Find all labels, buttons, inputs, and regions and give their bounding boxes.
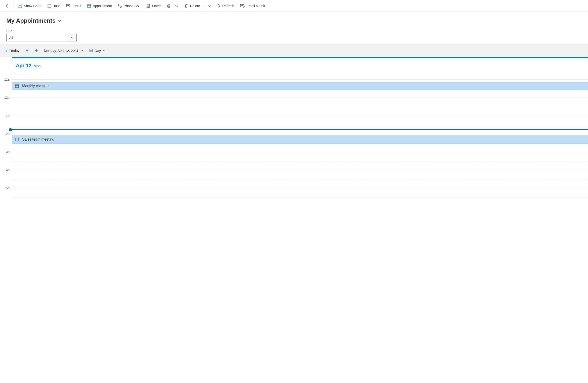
calendar-day-header[interactable]: Apr 12 Mon: [12, 58, 588, 73]
view-range-text: Day: [95, 49, 101, 53]
svg-rect-0: [18, 4, 22, 8]
phone-call-label: Phone Call: [124, 4, 140, 8]
all-day-row[interactable]: [12, 73, 588, 79]
time-label: 1p: [6, 114, 10, 117]
task-button[interactable]: Task: [45, 2, 63, 9]
due-filter-value: All: [9, 36, 13, 40]
svg-rect-5: [89, 6, 89, 6]
header-area: My Appointments Due All: [0, 12, 588, 44]
email-a-link-button[interactable]: Email a Link: [238, 2, 267, 9]
view-title-text: My Appointments: [6, 17, 56, 24]
half-hour-line: [12, 197, 588, 198]
svg-rect-14: [89, 49, 92, 52]
time-label: 4p: [6, 168, 10, 172]
email-a-link-label: Email a Link: [247, 4, 265, 8]
email-icon: [66, 4, 71, 8]
select-caret: [68, 34, 76, 41]
calendar-event[interactable]: Sales team meeting: [12, 135, 588, 144]
svg-rect-22: [18, 139, 18, 140]
show-chart-button[interactable]: Show Chart: [16, 2, 44, 9]
calendar: Apr 12 Mon 11a12p1p2p3p4p5p Monthly chec…: [0, 57, 588, 206]
calendar-dow: Mon: [34, 64, 41, 68]
due-filter-select[interactable]: All: [6, 34, 77, 41]
event-title: Sales team meeting: [22, 137, 54, 141]
svg-rect-16: [16, 86, 16, 86]
letter-icon: [146, 4, 150, 8]
time-label: 12p: [4, 96, 10, 99]
date-display-text: Monday, April 12, 2021: [44, 49, 78, 53]
hour-row[interactable]: [12, 116, 588, 134]
svg-rect-18: [18, 86, 18, 86]
current-time-dot: [9, 128, 12, 131]
chevron-down-icon: [103, 49, 106, 52]
hour-row[interactable]: [12, 97, 588, 116]
time-label: 3p: [6, 150, 10, 154]
arrow-left-icon: [5, 4, 10, 8]
date-nav-bar: Today Monday, April 12, 2021 Day: [0, 44, 588, 57]
view-range-selector[interactable]: Day: [87, 47, 108, 54]
arrow-right-icon: [34, 48, 39, 53]
task-icon: [47, 4, 51, 8]
phone-icon: [118, 4, 122, 8]
calendar-icon: [87, 4, 91, 8]
letter-label: Letter: [152, 4, 161, 8]
svg-rect-20: [16, 139, 16, 140]
chart-icon: [18, 4, 22, 8]
chevron-down-icon: [208, 4, 211, 7]
email-link-icon: [240, 4, 245, 8]
refresh-button[interactable]: Refresh: [214, 2, 237, 9]
date-display[interactable]: Monday, April 12, 2021: [42, 47, 85, 54]
hour-row[interactable]: [12, 170, 588, 188]
delete-button[interactable]: Delete: [182, 2, 202, 9]
back-button[interactable]: [3, 1, 12, 10]
show-chart-label: Show Chart: [24, 4, 42, 8]
delete-label: Delete: [190, 4, 200, 8]
command-bar: Show Chart Task Email Appointment Phone …: [0, 0, 588, 12]
half-hour-line: [12, 125, 588, 125]
half-hour-line: [12, 107, 588, 107]
next-day-button[interactable]: [33, 47, 40, 54]
phone-call-button[interactable]: Phone Call: [116, 2, 143, 9]
calendar-event[interactable]: Monthly check-in: [12, 82, 588, 90]
svg-rect-21: [17, 139, 17, 140]
half-hour-line: [12, 179, 588, 179]
fax-label: Fax: [173, 4, 178, 8]
appointment-button[interactable]: Appointment: [85, 2, 114, 9]
overflow-button[interactable]: [206, 1, 213, 10]
email-label: Email: [72, 4, 81, 8]
divider: [14, 3, 14, 9]
task-label: Task: [53, 4, 60, 8]
time-label: 2p: [6, 132, 10, 135]
chevron-down-icon: [80, 49, 84, 52]
svg-rect-1: [48, 4, 50, 7]
fax-icon: [167, 4, 171, 8]
trash-icon: [184, 4, 188, 8]
prev-day-button[interactable]: [23, 47, 31, 54]
event-title: Monthly check-in: [22, 84, 49, 88]
time-label: 11a: [4, 78, 10, 81]
hour-row[interactable]: [12, 152, 588, 170]
today-label: Today: [10, 49, 20, 53]
letter-button[interactable]: Letter: [144, 2, 163, 9]
filter-row: Due All: [6, 29, 582, 41]
svg-rect-4: [88, 6, 88, 6]
divider: [204, 3, 204, 9]
refresh-label: Refresh: [222, 4, 234, 8]
arrow-left-icon: [25, 48, 29, 53]
time-label: 5p: [6, 186, 10, 190]
calendar-today-icon: [4, 48, 9, 53]
chevron-down-icon: [58, 19, 62, 23]
due-filter-label: Due: [6, 29, 582, 33]
svg-rect-6: [90, 6, 90, 6]
today-button[interactable]: Today: [3, 47, 21, 54]
appointment-label: Appointment: [93, 4, 112, 8]
refresh-icon: [216, 4, 220, 8]
fax-button[interactable]: Fax: [165, 2, 181, 9]
calendar-grid[interactable]: 11a12p1p2p3p4p5p Monthly check-inSales t…: [12, 79, 588, 206]
view-selector[interactable]: My Appointments: [6, 17, 62, 24]
calendar-range-icon: [89, 48, 93, 53]
email-button[interactable]: Email: [64, 2, 84, 9]
svg-rect-17: [17, 86, 17, 86]
hour-row[interactable]: [12, 188, 588, 206]
current-time-indicator: [10, 129, 588, 130]
